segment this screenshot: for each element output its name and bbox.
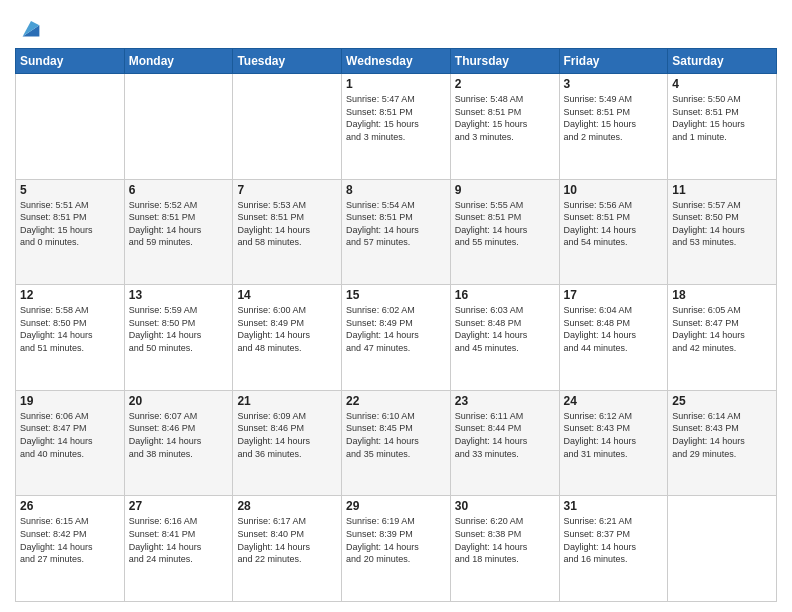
calendar-cell: 15Sunrise: 6:02 AM Sunset: 8:49 PM Dayli…: [342, 285, 451, 391]
calendar-cell: [668, 496, 777, 602]
calendar-cell: 1Sunrise: 5:47 AM Sunset: 8:51 PM Daylig…: [342, 74, 451, 180]
day-number: 10: [564, 183, 664, 197]
day-info: Sunrise: 6:10 AM Sunset: 8:45 PM Dayligh…: [346, 410, 446, 460]
day-number: 1: [346, 77, 446, 91]
day-number: 30: [455, 499, 555, 513]
day-number: 20: [129, 394, 229, 408]
calendar-cell: 7Sunrise: 5:53 AM Sunset: 8:51 PM Daylig…: [233, 179, 342, 285]
weekday-header-sunday: Sunday: [16, 49, 125, 74]
calendar-cell: 17Sunrise: 6:04 AM Sunset: 8:48 PM Dayli…: [559, 285, 668, 391]
calendar-cell: 22Sunrise: 6:10 AM Sunset: 8:45 PM Dayli…: [342, 390, 451, 496]
calendar-cell: 31Sunrise: 6:21 AM Sunset: 8:37 PM Dayli…: [559, 496, 668, 602]
calendar-cell: 28Sunrise: 6:17 AM Sunset: 8:40 PM Dayli…: [233, 496, 342, 602]
day-number: 16: [455, 288, 555, 302]
calendar-cell: 10Sunrise: 5:56 AM Sunset: 8:51 PM Dayli…: [559, 179, 668, 285]
day-info: Sunrise: 6:21 AM Sunset: 8:37 PM Dayligh…: [564, 515, 664, 565]
calendar-cell: 29Sunrise: 6:19 AM Sunset: 8:39 PM Dayli…: [342, 496, 451, 602]
calendar-cell: 8Sunrise: 5:54 AM Sunset: 8:51 PM Daylig…: [342, 179, 451, 285]
day-number: 22: [346, 394, 446, 408]
calendar-week-2: 5Sunrise: 5:51 AM Sunset: 8:51 PM Daylig…: [16, 179, 777, 285]
day-info: Sunrise: 5:54 AM Sunset: 8:51 PM Dayligh…: [346, 199, 446, 249]
day-number: 27: [129, 499, 229, 513]
day-number: 14: [237, 288, 337, 302]
logo: [15, 14, 45, 42]
day-number: 15: [346, 288, 446, 302]
calendar-week-1: 1Sunrise: 5:47 AM Sunset: 8:51 PM Daylig…: [16, 74, 777, 180]
day-number: 19: [20, 394, 120, 408]
calendar-cell: 12Sunrise: 5:58 AM Sunset: 8:50 PM Dayli…: [16, 285, 125, 391]
calendar-cell: 6Sunrise: 5:52 AM Sunset: 8:51 PM Daylig…: [124, 179, 233, 285]
day-number: 31: [564, 499, 664, 513]
day-info: Sunrise: 6:04 AM Sunset: 8:48 PM Dayligh…: [564, 304, 664, 354]
page: SundayMondayTuesdayWednesdayThursdayFrid…: [0, 0, 792, 612]
day-number: 23: [455, 394, 555, 408]
day-info: Sunrise: 5:53 AM Sunset: 8:51 PM Dayligh…: [237, 199, 337, 249]
day-number: 9: [455, 183, 555, 197]
weekday-header-thursday: Thursday: [450, 49, 559, 74]
weekday-header-monday: Monday: [124, 49, 233, 74]
day-info: Sunrise: 6:12 AM Sunset: 8:43 PM Dayligh…: [564, 410, 664, 460]
calendar-cell: 4Sunrise: 5:50 AM Sunset: 8:51 PM Daylig…: [668, 74, 777, 180]
day-info: Sunrise: 6:00 AM Sunset: 8:49 PM Dayligh…: [237, 304, 337, 354]
day-number: 28: [237, 499, 337, 513]
day-info: Sunrise: 6:02 AM Sunset: 8:49 PM Dayligh…: [346, 304, 446, 354]
calendar-cell: [233, 74, 342, 180]
day-number: 26: [20, 499, 120, 513]
day-info: Sunrise: 6:09 AM Sunset: 8:46 PM Dayligh…: [237, 410, 337, 460]
day-info: Sunrise: 5:48 AM Sunset: 8:51 PM Dayligh…: [455, 93, 555, 143]
calendar-cell: 9Sunrise: 5:55 AM Sunset: 8:51 PM Daylig…: [450, 179, 559, 285]
calendar-week-4: 19Sunrise: 6:06 AM Sunset: 8:47 PM Dayli…: [16, 390, 777, 496]
calendar-cell: 14Sunrise: 6:00 AM Sunset: 8:49 PM Dayli…: [233, 285, 342, 391]
day-info: Sunrise: 5:58 AM Sunset: 8:50 PM Dayligh…: [20, 304, 120, 354]
weekday-header-tuesday: Tuesday: [233, 49, 342, 74]
day-number: 6: [129, 183, 229, 197]
day-info: Sunrise: 5:52 AM Sunset: 8:51 PM Dayligh…: [129, 199, 229, 249]
calendar-cell: 26Sunrise: 6:15 AM Sunset: 8:42 PM Dayli…: [16, 496, 125, 602]
day-info: Sunrise: 5:59 AM Sunset: 8:50 PM Dayligh…: [129, 304, 229, 354]
calendar-cell: 2Sunrise: 5:48 AM Sunset: 8:51 PM Daylig…: [450, 74, 559, 180]
day-number: 12: [20, 288, 120, 302]
day-info: Sunrise: 5:51 AM Sunset: 8:51 PM Dayligh…: [20, 199, 120, 249]
day-info: Sunrise: 6:19 AM Sunset: 8:39 PM Dayligh…: [346, 515, 446, 565]
day-number: 11: [672, 183, 772, 197]
day-info: Sunrise: 6:14 AM Sunset: 8:43 PM Dayligh…: [672, 410, 772, 460]
day-info: Sunrise: 6:06 AM Sunset: 8:47 PM Dayligh…: [20, 410, 120, 460]
day-number: 25: [672, 394, 772, 408]
day-number: 21: [237, 394, 337, 408]
calendar-cell: 30Sunrise: 6:20 AM Sunset: 8:38 PM Dayli…: [450, 496, 559, 602]
calendar-cell: 19Sunrise: 6:06 AM Sunset: 8:47 PM Dayli…: [16, 390, 125, 496]
calendar-cell: 11Sunrise: 5:57 AM Sunset: 8:50 PM Dayli…: [668, 179, 777, 285]
day-number: 18: [672, 288, 772, 302]
logo-icon: [17, 14, 45, 42]
day-number: 24: [564, 394, 664, 408]
calendar-cell: 16Sunrise: 6:03 AM Sunset: 8:48 PM Dayli…: [450, 285, 559, 391]
day-number: 4: [672, 77, 772, 91]
day-number: 2: [455, 77, 555, 91]
calendar-week-3: 12Sunrise: 5:58 AM Sunset: 8:50 PM Dayli…: [16, 285, 777, 391]
calendar-cell: 25Sunrise: 6:14 AM Sunset: 8:43 PM Dayli…: [668, 390, 777, 496]
day-number: 29: [346, 499, 446, 513]
day-info: Sunrise: 5:50 AM Sunset: 8:51 PM Dayligh…: [672, 93, 772, 143]
weekday-header-friday: Friday: [559, 49, 668, 74]
day-info: Sunrise: 6:20 AM Sunset: 8:38 PM Dayligh…: [455, 515, 555, 565]
calendar-cell: 27Sunrise: 6:16 AM Sunset: 8:41 PM Dayli…: [124, 496, 233, 602]
day-info: Sunrise: 5:55 AM Sunset: 8:51 PM Dayligh…: [455, 199, 555, 249]
calendar-cell: [16, 74, 125, 180]
day-info: Sunrise: 6:17 AM Sunset: 8:40 PM Dayligh…: [237, 515, 337, 565]
calendar-cell: 3Sunrise: 5:49 AM Sunset: 8:51 PM Daylig…: [559, 74, 668, 180]
weekday-header-wednesday: Wednesday: [342, 49, 451, 74]
calendar-cell: 5Sunrise: 5:51 AM Sunset: 8:51 PM Daylig…: [16, 179, 125, 285]
day-info: Sunrise: 6:07 AM Sunset: 8:46 PM Dayligh…: [129, 410, 229, 460]
day-info: Sunrise: 5:47 AM Sunset: 8:51 PM Dayligh…: [346, 93, 446, 143]
day-number: 8: [346, 183, 446, 197]
day-info: Sunrise: 5:56 AM Sunset: 8:51 PM Dayligh…: [564, 199, 664, 249]
day-info: Sunrise: 6:11 AM Sunset: 8:44 PM Dayligh…: [455, 410, 555, 460]
weekday-header-row: SundayMondayTuesdayWednesdayThursdayFrid…: [16, 49, 777, 74]
calendar-cell: 24Sunrise: 6:12 AM Sunset: 8:43 PM Dayli…: [559, 390, 668, 496]
day-info: Sunrise: 6:05 AM Sunset: 8:47 PM Dayligh…: [672, 304, 772, 354]
day-info: Sunrise: 5:57 AM Sunset: 8:50 PM Dayligh…: [672, 199, 772, 249]
day-number: 17: [564, 288, 664, 302]
calendar-cell: 21Sunrise: 6:09 AM Sunset: 8:46 PM Dayli…: [233, 390, 342, 496]
calendar-cell: [124, 74, 233, 180]
calendar-cell: 20Sunrise: 6:07 AM Sunset: 8:46 PM Dayli…: [124, 390, 233, 496]
